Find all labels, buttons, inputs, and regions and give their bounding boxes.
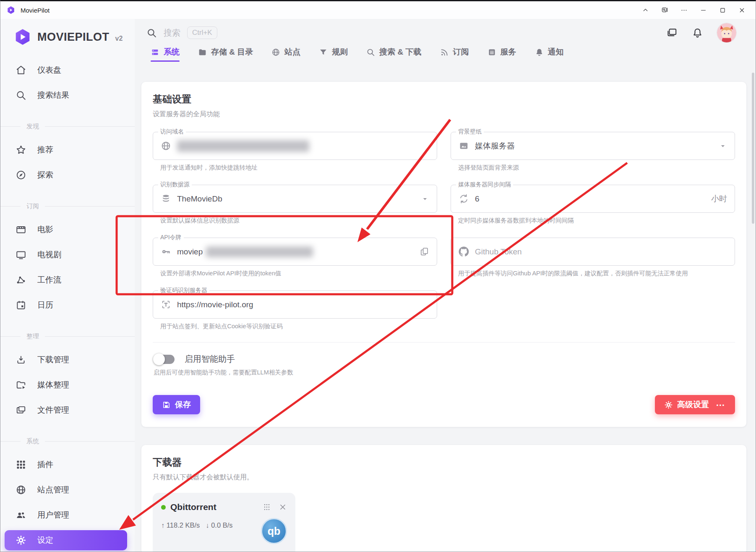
- field-label: 验证码识别服务器: [158, 287, 209, 294]
- tab-notifications[interactable]: 通知: [535, 47, 564, 63]
- sidebar-item-label: 电影: [37, 224, 53, 235]
- tab-services[interactable]: 服务: [487, 47, 516, 63]
- github-token-field[interactable]: Github Token: [451, 238, 735, 266]
- titlebar: MoviePilot: [0, 1, 756, 19]
- global-search[interactable]: 搜索 Ctrl+K: [146, 26, 217, 39]
- grid-icon: [16, 459, 26, 470]
- save-button[interactable]: 保存: [153, 395, 200, 414]
- sidebar-item-tv-series[interactable]: 电视剧: [0, 242, 135, 267]
- folders-icon: [16, 405, 26, 416]
- field-group-datasource: 识别数据源 TheMovieDb 设置默认媒体信息识别数据源: [153, 185, 437, 225]
- moviepilot-logo-icon: [6, 5, 16, 15]
- save-icon: [162, 400, 171, 409]
- sidebar-item-movies[interactable]: 电影: [0, 217, 135, 242]
- globe-icon: [16, 484, 26, 495]
- status-dot: [161, 505, 166, 510]
- field-label: 媒体服务器同步间隔: [456, 181, 513, 188]
- downloader-card: 下载器 只有默认下载器才会被默认使用。 Qbittorrent: [141, 445, 746, 552]
- sidebar-item-label: 日历: [37, 300, 53, 311]
- sidebar-item-settings[interactable]: 设定: [5, 530, 127, 550]
- sidebar-item-user-manage[interactable]: 用户管理: [0, 502, 135, 528]
- notifications-bell-icon[interactable]: [691, 27, 704, 39]
- sidebar-item-label: 探索: [37, 170, 53, 181]
- tab-system[interactable]: 系统: [151, 47, 180, 63]
- vertical-scrollbar[interactable]: [752, 73, 754, 224]
- assistant-toggle-row: 启用智能助手: [153, 353, 735, 365]
- window-title: MoviePilot: [21, 7, 50, 14]
- sidebar-item-label: 文件管理: [37, 405, 69, 416]
- sidebar-item-download-manage[interactable]: 下载管理: [0, 347, 135, 372]
- close-button[interactable]: [732, 3, 751, 17]
- key-icon: [161, 246, 171, 257]
- redacted-token-value: [206, 246, 313, 257]
- multi-window-icon[interactable]: [666, 27, 678, 39]
- sidebar-item-calendar[interactable]: 日历: [0, 293, 135, 318]
- more-options-icon[interactable]: [674, 3, 693, 17]
- copy-icon[interactable]: [420, 247, 429, 256]
- chevron-down-icon[interactable]: [421, 195, 429, 203]
- sidebar-item-recommend[interactable]: 推荐: [0, 137, 135, 162]
- titlebar-controls: [636, 3, 751, 17]
- sidebar-item-label: 插件: [37, 459, 53, 470]
- basic-settings-card: 基础设置 设置服务器的全局功能 访问域名 用于发送通知时，添加快捷跳转地址: [141, 82, 746, 427]
- sidebar-nav: 仪表盘 搜索结果 发现 推荐 探索 订阅 电影: [0, 58, 135, 550]
- gear-icon: [16, 535, 26, 546]
- sidebar-item-media-organize[interactable]: 媒体整理: [0, 372, 135, 398]
- downloader-item-qbittorrent[interactable]: Qbittorrent ↑ 118.2 KB/s ↓ 0.0 B/s: [153, 493, 295, 552]
- field-value: moviep: [177, 247, 203, 256]
- field-group-api-token: API令牌 moviep 设置外部请求MoviePilot API时使用的tok…: [153, 238, 437, 277]
- sidebar-item-search-results[interactable]: 搜索结果: [0, 83, 135, 108]
- tab-storage-directory[interactable]: 存储 & 目录: [198, 47, 253, 63]
- tab-rules[interactable]: 规则: [319, 47, 348, 63]
- user-avatar[interactable]: [717, 23, 736, 42]
- tab-label: 订阅: [453, 47, 469, 58]
- field-helper: 设置外部请求MoviePilot API时使用的token值: [160, 269, 437, 277]
- card-title: 下载器: [153, 456, 735, 469]
- tab-search-download[interactable]: 搜索 & 下载: [366, 47, 421, 63]
- upload-speed: ↑ 118.2 KB/s: [161, 521, 200, 529]
- sync-interval-field[interactable]: 媒体服务器同步间隔 6 小时: [451, 185, 735, 213]
- calendar-icon: [16, 300, 26, 311]
- database-icon: [161, 194, 171, 204]
- field-helper: 用于提高插件等访问Github API时的限流阈值，建议配置，否则插件可能无法正…: [458, 269, 735, 277]
- wallpaper-select[interactable]: 背景壁纸 媒体服务器: [451, 132, 735, 160]
- search-tabs-icon[interactable]: [655, 3, 674, 17]
- close-icon[interactable]: [279, 503, 287, 511]
- minimize-button[interactable]: [693, 3, 713, 17]
- sidebar-item-file-manage[interactable]: 文件管理: [0, 398, 135, 423]
- save-button-label: 保存: [175, 399, 191, 410]
- sidebar-item-plugins[interactable]: 插件: [0, 452, 135, 477]
- collapse-titlebar-icon[interactable]: [636, 3, 655, 17]
- field-helper: 设置默认媒体信息识别数据源: [160, 217, 437, 225]
- field-value: 媒体服务器: [475, 141, 515, 152]
- ocr-server-field[interactable]: 验证码识别服务器 https://movie-pilot.org: [153, 290, 437, 319]
- tab-sites[interactable]: 站点: [271, 47, 300, 63]
- field-group-sync-interval: 媒体服务器同步间隔 6 小时 定时同步媒体服务器数据到本地的时间间隔: [451, 185, 735, 225]
- sidebar-item-workflow[interactable]: 工作流: [0, 267, 135, 293]
- assistant-toggle-switch[interactable]: [155, 355, 175, 364]
- logo-version: v2: [115, 35, 123, 42]
- field-helper: 定时同步媒体服务器数据到本地的时间间隔: [458, 217, 735, 225]
- drag-handle-icon[interactable]: [263, 503, 271, 511]
- search-icon: [16, 90, 26, 101]
- sidebar-item-dashboard[interactable]: 仪表盘: [0, 58, 135, 83]
- compass-icon: [16, 170, 26, 181]
- card-title: 基础设置: [153, 93, 735, 106]
- sidebar-item-site-manage[interactable]: 站点管理: [0, 477, 135, 502]
- maximize-button[interactable]: [713, 3, 732, 17]
- chevron-down-icon[interactable]: [719, 142, 727, 150]
- sidebar-item-label: 工作流: [37, 275, 61, 285]
- datasource-select[interactable]: 识别数据源 TheMovieDb: [153, 185, 437, 213]
- field-group-wallpaper: 背景壁纸 媒体服务器 选择登陆页面背景来源: [451, 132, 735, 172]
- sidebar-item-explore[interactable]: 探索: [0, 162, 135, 188]
- logo-text: MOVIEPILOT: [37, 31, 109, 44]
- settings-tabbar: 系统 存储 & 目录 站点 规则 搜索 & 下载: [135, 47, 756, 69]
- sidebar: MOVIEPILOT v2 仪表盘 搜索结果 发现 推荐: [0, 19, 135, 552]
- home-icon: [16, 65, 26, 76]
- tab-subscribe[interactable]: 订阅: [440, 47, 469, 63]
- sidebar-item-label: 下载管理: [37, 354, 69, 365]
- domain-field[interactable]: 访问域名: [153, 132, 437, 160]
- app-logo: MOVIEPILOT v2: [0, 22, 135, 52]
- advanced-settings-button[interactable]: 高级设置 …: [655, 395, 735, 414]
- api-token-field[interactable]: API令牌 moviep: [153, 238, 437, 266]
